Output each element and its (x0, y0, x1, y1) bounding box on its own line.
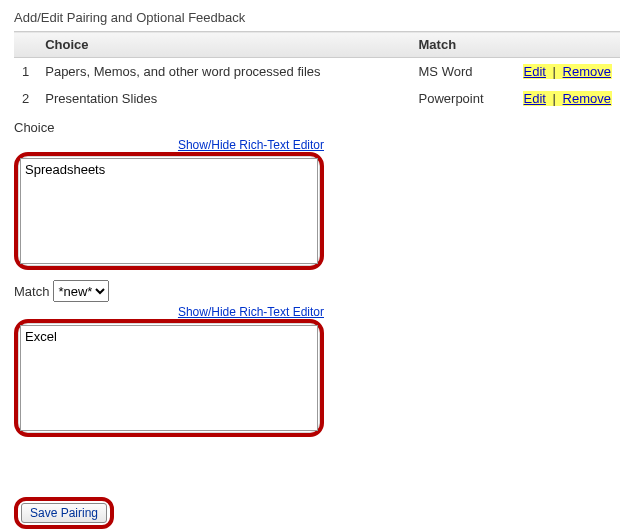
row-match: MS Word (411, 58, 511, 86)
edit-link[interactable]: Edit (523, 91, 547, 106)
remove-link[interactable]: Remove (562, 91, 612, 106)
rte-toggle-link[interactable]: Show/Hide Rich-Text Editor (178, 138, 324, 152)
header-num (14, 32, 37, 58)
header-match: Match (411, 32, 511, 58)
remove-link[interactable]: Remove (562, 64, 612, 79)
row-number: 2 (14, 85, 37, 112)
row-choice: Papers, Memos, and other word processed … (37, 58, 410, 86)
action-separator: | (547, 64, 562, 79)
header-actions (510, 32, 620, 58)
pairings-table: Choice Match 1 Papers, Memos, and other … (14, 31, 620, 112)
header-choice: Choice (37, 32, 410, 58)
table-row: 2 Presentation Slides Powerpoint Edit | … (14, 85, 620, 112)
match-select[interactable]: *new* (53, 280, 109, 302)
choice-highlight-box (14, 152, 324, 270)
match-label: Match (14, 284, 49, 299)
row-choice: Presentation Slides (37, 85, 410, 112)
row-match: Powerpoint (411, 85, 511, 112)
edit-link[interactable]: Edit (523, 64, 547, 79)
table-row: 1 Papers, Memos, and other word processe… (14, 58, 620, 86)
save-highlight-box: Save Pairing (14, 497, 114, 529)
save-pairing-button[interactable]: Save Pairing (21, 503, 107, 523)
page-title: Add/Edit Pairing and Optional Feedback (14, 10, 620, 25)
row-number: 1 (14, 58, 37, 86)
match-textarea[interactable] (20, 325, 318, 431)
choice-textarea[interactable] (20, 158, 318, 264)
match-highlight-box (14, 319, 324, 437)
choice-label: Choice (14, 120, 620, 135)
action-separator: | (547, 91, 562, 106)
rte-toggle-link[interactable]: Show/Hide Rich-Text Editor (178, 305, 324, 319)
